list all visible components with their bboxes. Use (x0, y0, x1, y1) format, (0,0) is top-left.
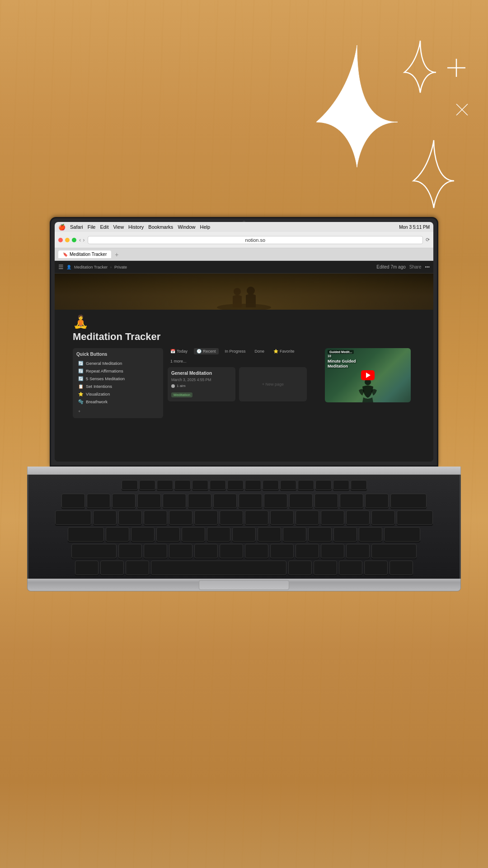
key-capslock (68, 527, 104, 542)
fn-row (47, 480, 441, 490)
recent-icon: 🕐 (197, 349, 202, 354)
key-f1 (139, 480, 155, 490)
filter-done[interactable]: Done (252, 348, 267, 354)
key-row-4 (47, 544, 441, 558)
key-arrows-updown (364, 561, 388, 575)
filter-bar: 📅 Today 🕐 Recent In Progress (168, 348, 320, 364)
yt-play-button[interactable] (361, 370, 375, 380)
key-n (245, 544, 268, 558)
tab-label: Meditation Tracker (70, 252, 107, 257)
menu-view[interactable]: View (113, 224, 124, 230)
active-tab[interactable]: 🔖 Meditation Tracker (58, 250, 111, 258)
apple-menu[interactable]: 🍎 (58, 224, 66, 231)
quick-btn-general-meditation[interactable]: 🔄 General Meditation (76, 359, 160, 367)
new-page-button[interactable]: + New page (239, 367, 307, 401)
new-page-label: + New page (262, 382, 284, 387)
key-h (232, 527, 256, 542)
filter-today[interactable]: 📅 Today (168, 348, 190, 354)
back-button[interactable]: ‹ (79, 236, 81, 243)
key-d (156, 527, 180, 542)
card-title: General Meditation (171, 371, 232, 376)
key-k (283, 527, 306, 542)
key-f3 (174, 480, 191, 490)
more-options-button[interactable]: ••• (425, 264, 430, 269)
card-tag: Meditation (171, 392, 192, 397)
key-f5 (210, 480, 226, 490)
minimize-button[interactable] (65, 238, 70, 242)
quick-btn-breathwork[interactable]: 🫧 Breathwork (76, 398, 160, 406)
notion-menu-icon[interactable]: ☰ (58, 264, 64, 270)
key-cmd-left (126, 561, 149, 575)
youtube-thumbnail[interactable]: Guided Medit... 10 Minute GuidedMeditati… (325, 348, 411, 402)
laptop-lid: 🍎 Safari File Edit View History Bookmark… (50, 217, 438, 467)
close-button[interactable] (58, 238, 63, 242)
db-card-general[interactable]: General Meditation March 3, 2025 4:55 PM… (168, 367, 235, 401)
keyboard-rows (47, 480, 441, 575)
key-row-1 (47, 494, 441, 508)
quick-btn-repeat-affirmations[interactable]: 🔄 Repeat Affirmations (76, 367, 160, 375)
menu-window[interactable]: Window (178, 224, 195, 230)
key-a (106, 527, 129, 542)
menu-bookmarks[interactable]: Bookmarks (148, 224, 173, 230)
menu-history[interactable]: History (128, 224, 144, 230)
refresh-button[interactable]: ⟳ (426, 237, 430, 243)
nav-buttons: ‹ › (79, 236, 85, 243)
address-bar[interactable]: notion.so (88, 236, 423, 244)
key-f9 (280, 480, 296, 490)
key-t (194, 510, 218, 525)
laptop-container: 🍎 Safari File Edit View History Bookmark… (27, 217, 461, 591)
menu-help[interactable]: Help (200, 224, 211, 230)
quick-btn-set-intentions[interactable]: 📋 Set Intentions (76, 382, 160, 390)
menu-file[interactable]: File (88, 224, 96, 230)
key-arrow-right (389, 561, 413, 575)
filter-favorite[interactable]: ⭐ Favorite (271, 348, 297, 354)
page-title: Meditation Tracker (73, 331, 415, 343)
visibility-label[interactable]: Private (114, 265, 127, 269)
general-meditation-icon: 🔄 (78, 361, 84, 366)
traffic-lights (58, 238, 76, 242)
filter-in-progress[interactable]: In Progress (222, 348, 249, 354)
today-icon: 📅 (170, 349, 175, 354)
repeat-affirmations-label: Repeat Affirmations (86, 368, 123, 373)
key-x (144, 544, 167, 558)
key-comma (296, 544, 319, 558)
forward-button[interactable]: › (83, 236, 84, 243)
add-icon: + (78, 409, 80, 414)
notion-topbar: ☰ 👤 Meditation Tracker › Private Edited … (55, 261, 433, 274)
key-8 (264, 494, 287, 508)
laptop-base (27, 467, 461, 591)
new-tab-button[interactable]: + (115, 251, 118, 258)
trackpad[interactable] (199, 580, 289, 590)
favorite-icon: ⭐ (273, 349, 278, 354)
key-cmd-right (288, 561, 312, 575)
key-f8 (263, 480, 279, 490)
menu-safari[interactable]: Safari (70, 224, 83, 230)
add-button[interactable]: + (76, 408, 160, 415)
key-f6 (227, 480, 244, 490)
quick-buttons-title: Quick Buttons (76, 352, 160, 357)
key-j (258, 527, 281, 542)
filter-more[interactable]: 1 more... (168, 358, 189, 364)
key-minus (340, 494, 363, 508)
key-5 (188, 494, 211, 508)
yt-background: Guided Medit... 10 Minute GuidedMeditati… (325, 348, 411, 402)
key-period (321, 544, 344, 558)
share-button[interactable]: Share (409, 264, 422, 269)
key-f2 (157, 480, 173, 490)
laptop-base-body (27, 579, 461, 591)
menu-edit[interactable]: Edit (100, 224, 108, 230)
filter-recent[interactable]: 🕐 Recent (194, 348, 219, 354)
breadcrumb[interactable]: Meditation Tracker (74, 265, 108, 269)
svg-point-5 (234, 288, 241, 295)
5senses-label: 5 Senses Meditation (86, 376, 125, 381)
maximize-button[interactable] (72, 238, 76, 242)
key-ctrl (75, 561, 99, 575)
key-4 (163, 494, 186, 508)
quick-btn-visualization[interactable]: ⭐ Visualization (76, 390, 160, 398)
key-option-right (314, 561, 337, 575)
quick-btn-5senses[interactable]: 🔄 5 Senses Meditation (76, 375, 160, 382)
key-backspace (390, 494, 427, 508)
breathwork-label: Breathwork (86, 399, 108, 404)
key-c (169, 544, 192, 558)
key-p (321, 510, 344, 525)
